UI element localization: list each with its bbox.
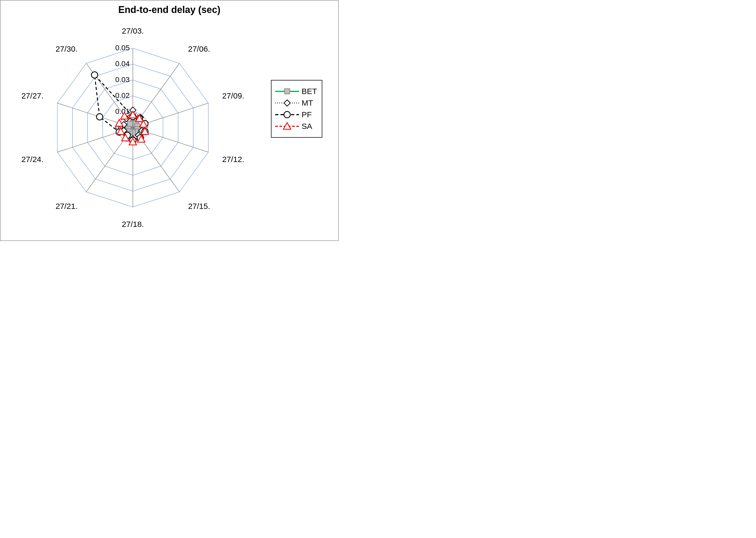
radar-chart: 0.000.010.020.030.040.0527/03.27/06.27/0… xyxy=(11,19,255,236)
legend-item-PF: PF xyxy=(275,110,317,119)
axis-label: 27/06. xyxy=(188,44,210,53)
svg-text:0.03: 0.03 xyxy=(116,76,130,84)
svg-rect-25 xyxy=(127,121,133,126)
legend-label: MT xyxy=(302,98,313,107)
axis-label: 27/09. xyxy=(222,91,244,100)
legend-swatch xyxy=(275,87,299,96)
legend: BETMTPFSA xyxy=(271,80,322,138)
legend-item-SA: SA xyxy=(275,122,317,131)
axis-label: 27/30. xyxy=(56,44,77,53)
chart-title: End-to-end delay (sec) xyxy=(1,4,338,15)
legend-swatch xyxy=(275,99,299,107)
axis-label: 27/18. xyxy=(122,220,144,229)
axis-label: 27/03. xyxy=(122,27,144,35)
svg-point-40 xyxy=(284,111,290,118)
legend-label: PF xyxy=(302,110,312,119)
legend-item-MT: MT xyxy=(275,98,317,107)
legend-label: SA xyxy=(302,122,312,131)
axis-label: 27/24. xyxy=(22,155,43,164)
axis-label: 27/27. xyxy=(22,91,43,100)
legend-swatch xyxy=(275,110,299,119)
svg-point-34 xyxy=(96,114,103,120)
legend-item-BET: BET xyxy=(275,87,317,96)
svg-rect-37 xyxy=(284,89,290,94)
svg-text:0.04: 0.04 xyxy=(116,60,130,68)
axis-label: 27/21. xyxy=(56,202,77,210)
svg-point-35 xyxy=(91,72,98,78)
svg-text:0.02: 0.02 xyxy=(116,91,130,100)
legend-label: BET xyxy=(302,87,317,96)
legend-swatch xyxy=(275,122,299,131)
axis-label: 27/12. xyxy=(222,155,244,164)
svg-text:0.05: 0.05 xyxy=(116,44,130,52)
chart-container: End-to-end delay (sec) 0.000.010.020.030… xyxy=(0,0,339,241)
axis-label: 27/15. xyxy=(188,202,210,210)
